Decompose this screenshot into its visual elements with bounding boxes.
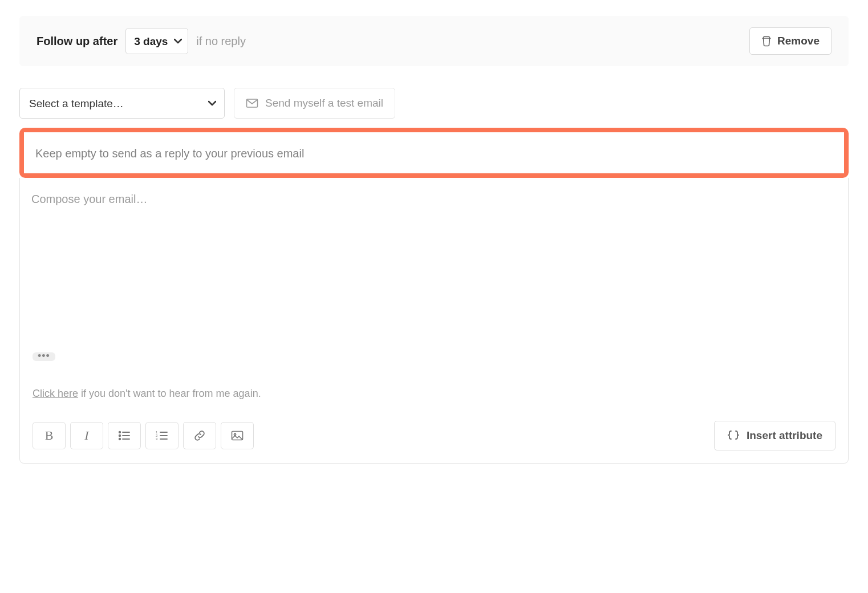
toolbar-left: B I 1 2 3	[33, 422, 254, 449]
remove-button-label: Remove	[777, 35, 820, 47]
template-select-wrap: Select a template…	[19, 88, 225, 119]
insert-attribute-button[interactable]: Insert attribute	[714, 421, 835, 450]
editor-toolbar: B I 1 2 3	[20, 417, 848, 463]
followup-noreply-text: if no reply	[196, 35, 246, 48]
bold-button[interactable]: B	[33, 422, 66, 449]
ordered-list-icon: 1 2 3	[156, 430, 168, 441]
email-body-input[interactable]	[20, 178, 848, 349]
followup-label: Follow up after	[36, 35, 117, 48]
link-icon	[193, 429, 206, 442]
italic-button[interactable]: I	[70, 422, 103, 449]
insert-attribute-label: Insert attribute	[747, 429, 822, 442]
followup-header: Follow up after 3 days if no reply Remov…	[19, 16, 849, 66]
svg-point-14	[234, 433, 236, 435]
trash-icon	[761, 35, 772, 47]
image-icon	[231, 430, 244, 441]
unsubscribe-rest: if you don't want to hear from me again.	[78, 388, 261, 399]
braces-icon	[727, 430, 740, 441]
send-test-email-button[interactable]: Send myself a test email	[234, 88, 395, 119]
link-button[interactable]	[183, 422, 216, 449]
unordered-list-button[interactable]	[108, 422, 141, 449]
svg-point-3	[119, 435, 121, 437]
subject-input[interactable]	[24, 132, 844, 173]
send-test-email-label: Send myself a test email	[265, 97, 383, 109]
followup-header-left: Follow up after 3 days if no reply	[36, 28, 246, 54]
subject-highlight	[19, 128, 849, 178]
svg-text:3: 3	[156, 437, 158, 441]
svg-point-5	[119, 438, 121, 440]
svg-point-1	[119, 432, 121, 433]
followup-delay-select[interactable]: 3 days	[125, 28, 188, 54]
ordered-list-button[interactable]: 1 2 3	[145, 422, 179, 449]
unsubscribe-link[interactable]: Click here	[33, 388, 78, 399]
remove-button[interactable]: Remove	[749, 27, 832, 55]
email-editor: ••• Click here if you don't want to hear…	[19, 178, 849, 464]
quoted-text-expander[interactable]: •••	[33, 352, 55, 361]
unsubscribe-line: Click here if you don't want to hear fro…	[20, 362, 848, 417]
envelope-icon	[246, 98, 258, 108]
controls-row: Select a template… Send myself a test em…	[19, 88, 849, 119]
image-button[interactable]	[221, 422, 254, 449]
template-select[interactable]: Select a template…	[19, 88, 225, 119]
unordered-list-icon	[118, 430, 131, 441]
